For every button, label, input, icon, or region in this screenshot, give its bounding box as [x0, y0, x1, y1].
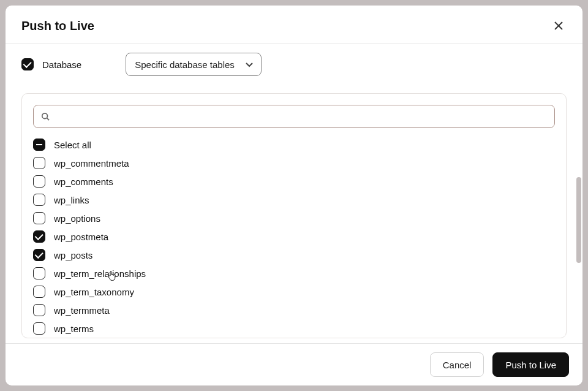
table-row[interactable]: wp_links: [33, 191, 555, 209]
chevron-down-icon: [245, 60, 254, 69]
table-row[interactable]: wp_comments: [33, 172, 555, 191]
table-name: wp_termmeta: [54, 305, 110, 316]
table-checkbox[interactable]: [33, 267, 45, 279]
table-row[interactable]: wp_terms: [33, 319, 555, 338]
table-checkbox[interactable]: [33, 286, 45, 298]
tables-panel: Select all wp_commentmeta wp_comments wp…: [21, 93, 567, 338]
table-checkbox[interactable]: [33, 212, 45, 224]
close-icon: [554, 21, 564, 31]
close-button[interactable]: [551, 18, 567, 34]
table-row[interactable]: wp_commentmeta: [33, 154, 555, 172]
modal-footer: Cancel Push to Live: [6, 343, 582, 385]
table-name: wp_links: [54, 195, 89, 205]
push-to-live-modal: Push to Live Database Specific database …: [6, 6, 582, 385]
table-checkbox[interactable]: [33, 249, 45, 261]
select-all-checkbox[interactable]: [33, 139, 45, 151]
database-row: Database Specific database tables: [21, 53, 567, 76]
database-label: Database: [42, 59, 81, 70]
database-mode-value: Specific database tables: [135, 59, 235, 70]
table-search-input[interactable]: [55, 112, 547, 121]
table-name: wp_postmeta: [54, 232, 108, 242]
table-row[interactable]: wp_postmeta: [33, 227, 555, 246]
table-row[interactable]: wp_posts: [33, 246, 555, 264]
table-row[interactable]: wp_termmeta: [33, 301, 555, 319]
select-all-row[interactable]: Select all: [33, 135, 555, 154]
modal-header: Push to Live: [6, 6, 582, 44]
database-mode-select[interactable]: Specific database tables: [126, 53, 262, 76]
table-search[interactable]: [33, 105, 555, 128]
table-name: wp_comments: [54, 177, 113, 187]
cancel-button[interactable]: Cancel: [430, 352, 484, 377]
scrollbar-thumb[interactable]: [576, 177, 581, 263]
table-checkbox[interactable]: [33, 175, 45, 188]
svg-line-3: [47, 118, 50, 121]
table-row[interactable]: wp_term_relationships: [33, 264, 555, 283]
table-name: wp_commentmeta: [54, 158, 129, 169]
modal-body: Database Specific database tables Select…: [6, 44, 582, 343]
table-checkbox[interactable]: [33, 322, 45, 335]
table-list: Select all wp_commentmeta wp_comments wp…: [33, 135, 555, 338]
table-row[interactable]: wp_options: [33, 209, 555, 227]
table-checkbox[interactable]: [33, 157, 45, 169]
table-checkbox[interactable]: [33, 230, 45, 243]
table-name: wp_options: [54, 213, 100, 224]
push-to-live-button[interactable]: Push to Live: [492, 352, 569, 377]
table-name: wp_posts: [54, 250, 92, 260]
table-checkbox[interactable]: [33, 194, 45, 206]
search-icon: [41, 112, 50, 121]
table-row[interactable]: wp_term_taxonomy: [33, 283, 555, 301]
table-checkbox[interactable]: [33, 304, 45, 316]
database-checkbox[interactable]: [21, 58, 34, 70]
table-name: wp_terms: [54, 324, 94, 334]
table-name: wp_term_taxonomy: [54, 287, 134, 297]
select-all-label: Select all: [54, 140, 91, 150]
modal-title: Push to Live: [21, 19, 94, 33]
svg-point-2: [42, 113, 48, 119]
table-name: wp_term_relationships: [54, 268, 146, 279]
